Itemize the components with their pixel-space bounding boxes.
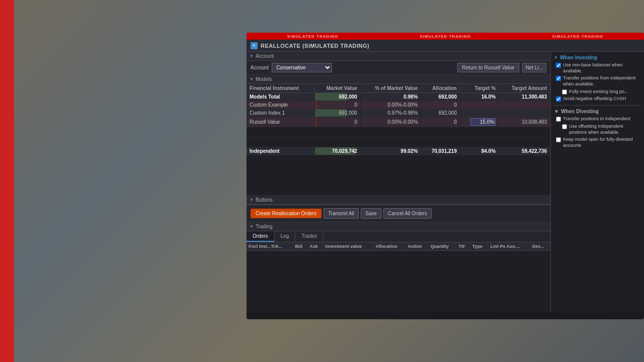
red-stripe	[0, 0, 14, 362]
buttons-arrow-icon: ▼	[250, 198, 254, 202]
keep-model-open-checkbox[interactable]	[556, 137, 561, 142]
return-to-russell-button[interactable]: Return to Russell Value	[457, 63, 519, 72]
independent-row: Independent 70,029,742 99.02% 70,031,219…	[247, 147, 550, 155]
row-allocation: 692,000	[421, 109, 460, 117]
save-button[interactable]: Save	[361, 208, 381, 219]
col-ask: Ask	[307, 242, 323, 251]
row-market-value: 0	[314, 117, 360, 127]
col-bid: Bid	[293, 242, 307, 251]
row-target-amount	[499, 109, 550, 117]
fully-invest-label: Fully invest existing long po...	[569, 89, 628, 95]
checkbox-transfer-to-independent[interactable]: Transfer positions to Independent	[554, 116, 641, 122]
row-name: Custom Index 1	[247, 109, 314, 117]
tab-trades[interactable]: Trades	[295, 231, 324, 242]
account-row: Account Conservative Aggressive Moderate…	[247, 61, 550, 75]
section-divider	[554, 105, 641, 106]
target-pct-field[interactable]	[470, 118, 496, 126]
row-target-pct: 84.0%	[460, 147, 499, 155]
sim-trading-banner: SIMULATED TRADING SIMULATED TRADING SIMU…	[247, 33, 644, 40]
use-offsetting-checkbox[interactable]	[562, 124, 567, 129]
models-section-header: ▼ Models	[247, 75, 550, 84]
row-name: Independent	[247, 147, 314, 155]
checkbox-use-non-base[interactable]: Use non-base balances when available.	[554, 62, 641, 74]
create-reallocation-button[interactable]: Create Reallocation Orders	[251, 209, 321, 218]
checkbox-fully-invest[interactable]: Fully invest existing long po...	[554, 89, 641, 95]
account-section-label: Account	[256, 53, 274, 59]
avoid-negative-label: Avoid negative offsetting CASH	[563, 96, 626, 102]
when-investing-title: ▼ When Investing	[554, 55, 641, 60]
trading-arrow-icon: ▼	[250, 224, 254, 229]
row-target-amount: 59,422,736	[499, 147, 550, 155]
row-target-pct	[460, 109, 499, 117]
row-target-pct: 16.0%	[460, 93, 499, 101]
col-allocation: Allocation	[421, 84, 460, 93]
transfer-to-independent-checkbox[interactable]	[556, 117, 561, 122]
when-investing-label: When Investing	[560, 55, 597, 60]
row-target-pct	[460, 101, 499, 109]
row-pct: 0.98%	[360, 93, 421, 101]
empty-row	[247, 137, 550, 147]
col-lmt-px: Lmt Px Aux....	[488, 242, 530, 251]
when-divesting-label: When Divesting	[561, 109, 599, 114]
tab-log[interactable]: Log	[275, 231, 296, 242]
col-market-value: Market Value	[314, 84, 360, 93]
use-non-base-label: Use non-base balances when available.	[563, 62, 641, 74]
row-pct: 0.97%-0.98%	[360, 109, 421, 117]
row-market-value: 692,000	[314, 109, 360, 117]
col-fncl-inst: Fncl Inst...Tck...	[247, 242, 293, 251]
row-name: Models Total	[247, 93, 314, 101]
when-divesting-title: ▼ When Divesting	[554, 109, 641, 114]
transfer-positions-label: Transfer positions from Independent when…	[563, 75, 641, 87]
main-content: ▼ Account Account Conservative Aggressiv…	[247, 52, 644, 312]
transfer-positions-checkbox[interactable]	[556, 76, 561, 81]
when-investing-arrow-icon: ▼	[554, 55, 558, 60]
table-row: Russell Value 0 0.00%-0.00% 0 10,608,483	[247, 117, 550, 127]
col-action: Action	[406, 242, 428, 251]
cancel-all-button[interactable]: Cancel All Orders	[383, 208, 432, 219]
avoid-negative-checkbox[interactable]	[556, 97, 561, 102]
row-market-value: 70,029,742	[314, 147, 360, 155]
checkbox-keep-model-open[interactable]: Keep model open for fully-divested accou…	[554, 137, 641, 148]
account-label: Account	[251, 65, 269, 70]
table-row: Custom Index 1 692,000 0.97%-0.98% 692,0…	[247, 109, 550, 117]
fully-invest-checkbox[interactable]	[562, 89, 567, 95]
models-table: Financial Instrument Market Value % of M…	[247, 84, 550, 196]
col-type: Type	[470, 242, 488, 251]
transfer-to-independent-label: Transfer positions to Independent	[563, 116, 630, 122]
sim-banner-text-3: SIMULATED TRADING	[552, 34, 603, 39]
sim-banner-text-2: SIMULATED TRADING	[420, 34, 471, 39]
row-target-pct-input[interactable]	[460, 117, 499, 127]
col-pct-market-value: % of Market Value	[360, 84, 421, 93]
checkbox-avoid-negative[interactable]: Avoid negative offsetting CASH	[554, 96, 641, 102]
table-row: Models Total 692,000 0.98% 692,000 16.0%…	[247, 93, 550, 101]
col-allocation: Allocation	[373, 242, 406, 251]
app-icon-label: R	[253, 44, 255, 47]
net-li-button[interactable]: Net Li...	[522, 63, 546, 72]
account-section-header: ▼ Account	[247, 52, 550, 61]
row-allocation: 0	[421, 101, 460, 109]
row-name: Russell Value	[247, 117, 314, 127]
table-row: Custom Example 0 0.00%-0.00% 0	[247, 101, 550, 109]
account-dropdown[interactable]: Conservative Aggressive Moderate	[272, 63, 332, 72]
checkbox-transfer-positions[interactable]: Transfer positions from Independent when…	[554, 75, 641, 87]
buttons-section-header: ▼ Buttons	[247, 196, 550, 205]
account-arrow-icon: ▼	[250, 54, 254, 58]
use-non-base-checkbox[interactable]	[556, 63, 561, 68]
tab-orders[interactable]: Orders	[247, 231, 275, 242]
empty-orders-row	[247, 251, 550, 281]
orders-table: Fncl Inst...Tck... Bid Ask Investment va…	[247, 242, 550, 281]
title-bar: R REALLOCATE (SIMULATED TRADING)	[247, 40, 644, 52]
right-panel: ▼ When Investing Use non-base balances w…	[551, 52, 644, 312]
row-market-value: 692,000	[314, 93, 360, 101]
transmit-all-button[interactable]: Transmit All	[324, 208, 359, 219]
row-pct: 99.02%	[360, 147, 421, 155]
checkbox-use-offsetting[interactable]: Use offsetting Independent positions whe…	[554, 124, 641, 135]
buttons-row: Create Reallocation Orders Transmit All …	[247, 205, 550, 222]
col-quantity: Quantity	[428, 242, 456, 251]
keep-model-open-label: Keep model open for fully-divested accou…	[563, 137, 641, 148]
models-section-label: Models	[256, 76, 272, 82]
use-offsetting-label: Use offsetting Independent positions whe…	[569, 124, 641, 135]
empty-row	[247, 155, 550, 196]
row-pct: 0.00%-0.00%	[360, 117, 421, 127]
col-des: Des...	[530, 242, 550, 251]
